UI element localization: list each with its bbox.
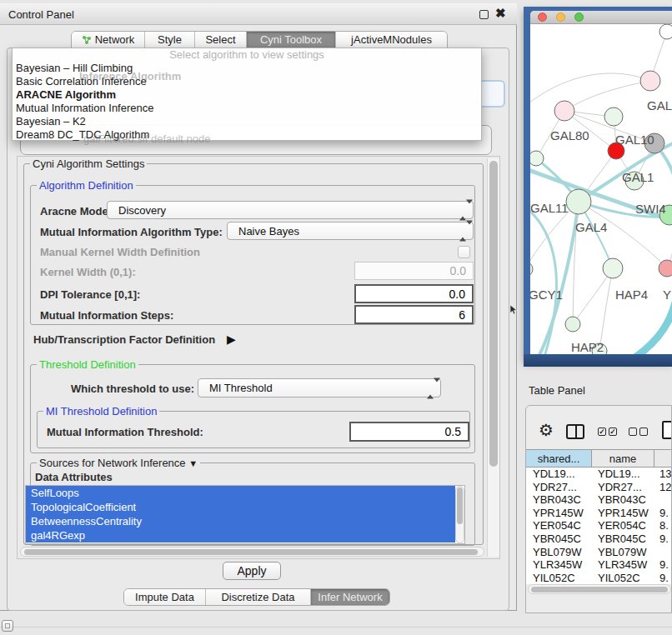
manual-kernel-label: Manual Kernel Width Definition bbox=[40, 246, 200, 258]
minimized-panel-icon[interactable] bbox=[2, 620, 13, 632]
table-panel-title: Table Panel bbox=[529, 384, 585, 397]
unchecked-checkbox-icon[interactable] bbox=[629, 428, 637, 436]
network-node[interactable] bbox=[659, 24, 672, 39]
aracne-mode-label: Aracne Mode: bbox=[40, 205, 112, 218]
table-cell: YBR043C bbox=[598, 493, 646, 507]
network-node-label: GAL11 bbox=[530, 201, 569, 215]
table-row[interactable]: YDR27...YDR27...12 bbox=[526, 481, 672, 494]
attribute-list-item[interactable]: SelfLoops bbox=[26, 486, 455, 500]
minimize-traffic-light-icon[interactable] bbox=[556, 12, 565, 22]
network-canvas[interactable]: GALGAL80GAL10GAL1GAL11GAL4SWI4GCY1HAP4YH… bbox=[530, 24, 672, 354]
network-node-label: GAL4 bbox=[575, 220, 607, 234]
network-window-frame-bottom bbox=[524, 354, 672, 367]
settings-gear-icon[interactable]: ⚙ bbox=[539, 421, 554, 439]
network-edge[interactable] bbox=[530, 202, 556, 354]
close-traffic-light-icon[interactable] bbox=[538, 12, 547, 22]
table-row[interactable]: YLR345WYLR345W9. bbox=[526, 558, 672, 572]
algorithm-dropdown-prompt: Select algorithm to view settings bbox=[13, 48, 481, 62]
attribute-list-item[interactable]: gal4RGexp bbox=[26, 528, 455, 542]
table-row[interactable]: YPR145WYPR145W9. bbox=[526, 507, 672, 520]
table-cell: YER054C bbox=[598, 519, 646, 532]
checked-checkbox-icon[interactable]: ✓ bbox=[609, 428, 617, 436]
tab-label: Impute Data bbox=[135, 591, 194, 603]
network-node-gal[interactable] bbox=[640, 71, 660, 91]
table-cell: 9. bbox=[659, 558, 669, 572]
close-icon[interactable]: ✖ bbox=[495, 5, 506, 22]
network-node-hap4[interactable] bbox=[603, 258, 623, 278]
column-header-name[interactable]: name bbox=[592, 449, 654, 468]
zoom-traffic-light-icon[interactable] bbox=[574, 12, 584, 22]
dropdown-item[interactable]: Dream8 DC_TDC Algorithm bbox=[13, 128, 481, 142]
network-edge[interactable] bbox=[530, 73, 650, 111]
bottom-tabbar: Impute DataDiscretize DataInfer Network bbox=[123, 588, 390, 606]
network-node-hap2[interactable] bbox=[565, 317, 580, 332]
tab-label: Cyni Toolbox bbox=[260, 33, 322, 46]
mi-steps-field[interactable]: 6 bbox=[354, 305, 474, 324]
algorithm-definition-title: Algorithm Definition bbox=[37, 179, 136, 192]
mi-threshold-group-title: MI Threshold Definition bbox=[43, 405, 159, 418]
network-node-label: HAP2 bbox=[571, 340, 604, 354]
network-edge[interactable] bbox=[564, 81, 650, 111]
table-cell: YBL079W bbox=[598, 546, 647, 559]
tab-select[interactable]: Select bbox=[195, 32, 247, 48]
settings-vertical-scrollbar[interactable] bbox=[487, 158, 499, 557]
attribute-list-item[interactable]: BetweennessCentrality bbox=[26, 514, 455, 528]
unchecked-checkbox-icon[interactable] bbox=[639, 428, 648, 436]
table-row[interactable]: YBR045CYBR045C9. bbox=[526, 532, 672, 546]
table-panel-window: ⚙ ✓ ✓ shared... name YDL19...YDL19...13Y… bbox=[525, 405, 672, 613]
kernel-width-label: Kernel Width (0,1): bbox=[40, 266, 136, 278]
network-node-label: GAL bbox=[647, 98, 672, 112]
network-node-gal10[interactable] bbox=[604, 108, 623, 126]
network-edge[interactable] bbox=[636, 302, 672, 354]
expand-right-arrow-icon[interactable]: ▶ bbox=[227, 332, 236, 346]
tab-jactivemnodules[interactable]: jActiveMNodules bbox=[336, 32, 447, 48]
network-node-gal11[interactable] bbox=[530, 151, 544, 166]
checked-checkbox-icon[interactable]: ✓ bbox=[598, 428, 606, 436]
attributes-vertical-scrollbar[interactable] bbox=[455, 486, 464, 543]
which-threshold-combobox[interactable]: MI Threshold bbox=[198, 378, 441, 398]
mi-type-combobox[interactable]: Naive Bayes bbox=[227, 222, 474, 240]
tab-impute-data[interactable]: Impute Data bbox=[124, 589, 206, 605]
table-horizontal-scrollbar[interactable] bbox=[528, 584, 671, 594]
tab-label: Style bbox=[158, 33, 182, 46]
tab-network[interactable]: Network bbox=[72, 32, 145, 48]
table-row[interactable]: YBL079WYBL079W bbox=[526, 546, 672, 559]
attribute-list-item[interactable]: TopologicalCoefficient bbox=[26, 500, 455, 514]
control-panel-tabbar: NetworkStyleSelectCyni ToolboxjActiveMNo… bbox=[71, 31, 448, 48]
table-cell: YDL19... bbox=[598, 468, 640, 481]
table-row[interactable]: YBR043CYBR043C bbox=[526, 493, 672, 507]
kernel-width-field[interactable]: 0.0 bbox=[354, 262, 474, 280]
manual-kernel-checkbox[interactable] bbox=[458, 246, 470, 258]
network-node-gal4[interactable] bbox=[566, 189, 591, 214]
algorithm-dropdown-list: Bayesian – Hill ClimbingBasic Correlatio… bbox=[13, 62, 481, 142]
table-row[interactable]: YIL052CYIL052C9. bbox=[526, 572, 672, 584]
tab-style[interactable]: Style bbox=[145, 32, 195, 48]
dropdown-item[interactable]: Bayesian – K2 bbox=[13, 115, 481, 128]
network-edge[interactable] bbox=[599, 268, 613, 351]
column-header-cut[interactable] bbox=[654, 449, 672, 468]
tab-label: Network bbox=[95, 33, 135, 46]
dpi-tolerance-field[interactable]: 0.0 bbox=[354, 284, 474, 303]
dropdown-item[interactable]: Basic Correlation Inference bbox=[13, 75, 481, 88]
mi-threshold-field[interactable]: 0.5 bbox=[349, 422, 469, 442]
apply-button[interactable]: Apply bbox=[223, 562, 281, 580]
collapse-down-arrow-icon[interactable]: ▼ bbox=[188, 458, 198, 468]
tab-discretize-data[interactable]: Discretize Data bbox=[206, 589, 311, 605]
tab-infer-network[interactable]: Infer Network bbox=[311, 589, 389, 605]
split-view-icon[interactable] bbox=[566, 424, 584, 439]
column-header-shared[interactable]: shared... bbox=[526, 449, 592, 468]
float-window-icon[interactable] bbox=[479, 10, 489, 19]
dropdown-item[interactable]: ARACNE Algorithm bbox=[13, 88, 481, 102]
network-node-y[interactable] bbox=[659, 260, 672, 277]
table-row[interactable]: YDL19...YDL19...13 bbox=[526, 468, 672, 481]
network-node-gal80[interactable] bbox=[554, 101, 574, 121]
table-row[interactable]: YER054CYER054C8. bbox=[526, 519, 672, 532]
aracne-mode-combobox[interactable]: Discovery bbox=[107, 201, 474, 219]
network-node-gcy1[interactable] bbox=[530, 262, 533, 277]
tab-cyni-toolbox[interactable]: Cyni Toolbox bbox=[247, 32, 336, 48]
new-table-icon[interactable] bbox=[662, 421, 672, 439]
dropdown-item[interactable]: Bayesian – Hill Climbing bbox=[13, 62, 481, 75]
dpi-tolerance-label: DPI Tolerance [0,1]: bbox=[40, 288, 140, 301]
settings-horizontal-scrollbar[interactable] bbox=[20, 547, 484, 557]
dropdown-item[interactable]: Mutual Information Inference bbox=[13, 102, 481, 115]
